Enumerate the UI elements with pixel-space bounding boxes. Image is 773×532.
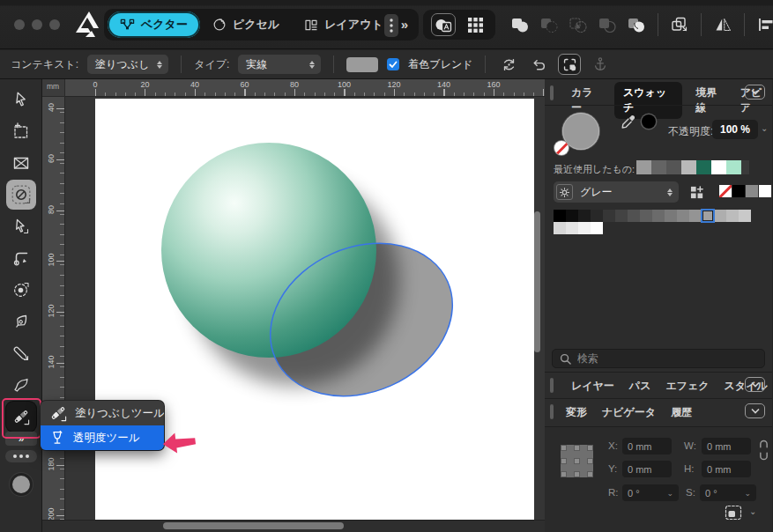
panel-collapse-button[interactable]	[745, 85, 765, 100]
eyedropper-icon[interactable]	[619, 113, 638, 132]
search-input[interactable]	[577, 352, 736, 365]
palette-swatch[interactable]	[652, 210, 665, 222]
duplicate-button[interactable]	[669, 14, 690, 35]
grid-button[interactable]	[463, 13, 487, 36]
personas-overflow-button[interactable]: »	[396, 17, 415, 33]
secondary-color-well[interactable]	[642, 115, 656, 129]
recent-swatch[interactable]	[651, 160, 666, 174]
palette-swatch[interactable]	[665, 210, 677, 222]
palette-swatch[interactable]	[615, 210, 628, 222]
recent-swatch[interactable]	[666, 160, 681, 174]
anchor-handle[interactable]	[561, 471, 567, 477]
toolbar-kebab-menu-button[interactable]	[384, 14, 398, 37]
panel-collapse-button[interactable]	[745, 403, 765, 418]
boolean-divide-button[interactable]	[626, 14, 647, 35]
persona-tab[interactable]: ピクセル	[200, 11, 292, 38]
align-button[interactable]	[755, 14, 773, 35]
quick-swatch[interactable]	[732, 185, 745, 197]
sphere-shape[interactable]	[161, 143, 376, 358]
tint-blend-checkbox[interactable]	[387, 58, 399, 70]
corner-tool-button[interactable]	[6, 243, 36, 273]
palette-swatch[interactable]	[566, 222, 578, 234]
boolean-intersect-button[interactable]	[568, 14, 589, 35]
rotation-field[interactable]: 0 °⌄	[622, 484, 679, 501]
insertion-target-button[interactable]	[558, 54, 581, 75]
recent-swatch[interactable]	[711, 160, 726, 174]
boolean-subtract-button[interactable]	[539, 14, 560, 35]
flyout-item[interactable]: 透明度ツール	[41, 425, 164, 450]
link-dimensions-icon[interactable]	[759, 440, 769, 461]
palette-swatch[interactable]	[554, 222, 566, 234]
palette-swatch[interactable]	[603, 210, 615, 222]
palette-swatch[interactable]	[689, 210, 702, 222]
recent-swatch[interactable]	[636, 160, 651, 174]
anchor-point-selector[interactable]	[561, 445, 593, 477]
ruler-unit-corner[interactable]: mm	[42, 79, 65, 97]
fill-color-chip[interactable]	[346, 57, 378, 72]
anchor-handle[interactable]	[587, 471, 593, 477]
persona-tab[interactable]: ベクター	[108, 11, 200, 38]
vertical-scrollbar[interactable]	[534, 211, 540, 352]
flip-button[interactable]	[712, 14, 733, 35]
h-field[interactable]: 0 mm	[702, 461, 751, 477]
x-field[interactable]: 0 mm	[622, 438, 672, 454]
add-swatch-icon[interactable]	[688, 183, 706, 201]
horizontal-scrollbar[interactable]	[163, 522, 344, 529]
panel-tab[interactable]: 変形	[564, 402, 589, 424]
boolean-add-button[interactable]	[509, 14, 531, 35]
boolean-xor-button[interactable]	[597, 14, 618, 35]
window-minimize-button[interactable]	[32, 19, 42, 30]
chevron-down-icon[interactable]: ⌄	[761, 124, 768, 133]
shear-field[interactable]: 0 °⌄	[700, 484, 756, 501]
anchor-handle[interactable]	[587, 445, 593, 451]
pen-tool-button[interactable]	[6, 307, 36, 336]
fill-color-well[interactable]	[562, 113, 599, 150]
palette-swatch[interactable]	[578, 210, 591, 222]
panel-collapse-button[interactable]	[745, 377, 765, 392]
palette-swatch[interactable]	[591, 222, 603, 234]
palette-swatch[interactable]	[677, 210, 689, 222]
panel-tab[interactable]: 履歴	[669, 402, 694, 424]
anchor-handle[interactable]	[574, 445, 580, 451]
palette-swatch[interactable]	[628, 210, 640, 222]
palette-swatch[interactable]	[578, 222, 591, 234]
w-field[interactable]: 0 mm	[702, 438, 751, 454]
palette-select[interactable]: グレー	[554, 181, 679, 203]
window-close-button[interactable]	[14, 19, 25, 30]
gear-icon[interactable]	[556, 184, 573, 200]
panel-tab[interactable]: ナビゲータ	[600, 402, 658, 424]
y-field[interactable]: 0 mm	[622, 461, 672, 477]
palette-swatch[interactable]	[566, 210, 578, 222]
pencil-tool-button[interactable]	[6, 338, 36, 368]
revert-icon[interactable]	[528, 54, 549, 75]
anchor-handle[interactable]	[574, 471, 580, 477]
move-tool-button[interactable]	[6, 85, 36, 115]
anchor-handle[interactable]	[574, 458, 580, 464]
panel-tab[interactable]: パス	[628, 375, 653, 397]
palette-swatch[interactable]	[714, 210, 726, 222]
recent-swatch[interactable]	[681, 160, 696, 174]
tools-more-button[interactable]	[5, 450, 37, 462]
anchor-handle[interactable]	[561, 445, 567, 451]
panel-grip[interactable]	[550, 378, 554, 393]
panel-tab[interactable]: レイヤー	[569, 375, 616, 397]
palette-swatch[interactable]	[726, 210, 739, 222]
node-tool-button[interactable]	[6, 211, 36, 241]
palette-swatch[interactable]	[702, 210, 714, 222]
anchor-handle[interactable]	[561, 458, 567, 464]
quick-swatch[interactable]	[759, 185, 771, 197]
no-color-swatch[interactable]	[719, 185, 732, 197]
panel-grip[interactable]	[550, 85, 554, 100]
chevron-down-icon[interactable]: ⌄	[749, 506, 756, 516]
artboard-tool-button[interactable]	[6, 116, 36, 146]
persona-tab[interactable]: レイアウト	[292, 11, 396, 38]
style-picker-button[interactable]	[431, 13, 456, 36]
recent-swatch[interactable]	[726, 160, 741, 174]
context-select[interactable]: 塗りつぶし	[87, 55, 168, 74]
flyout-item[interactable]: 塗りつぶしツール	[41, 401, 164, 425]
no-fill-well[interactable]	[554, 141, 569, 155]
vector-crop-tool-button[interactable]	[6, 180, 36, 210]
quick-swatch[interactable]	[746, 185, 758, 197]
line-type-select[interactable]: 実線	[238, 55, 321, 74]
marquee-tool-button[interactable]	[6, 275, 36, 305]
